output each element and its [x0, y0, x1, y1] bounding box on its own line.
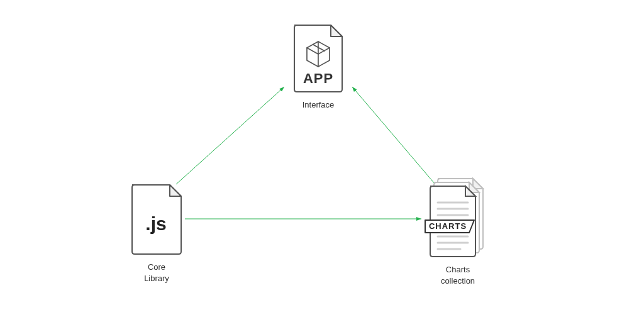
diagram-canvas: APP Interface .js CoreLibrary [0, 0, 644, 322]
svg-line-0 [176, 87, 284, 184]
core-caption: CoreLibrary [144, 262, 169, 284]
js-label-text: .js [145, 213, 166, 234]
node-charts-collection: CHARTS Chartscollection [423, 176, 493, 286]
node-core-library: .js CoreLibrary [127, 182, 186, 284]
charts-label-text: CHARTS [429, 221, 467, 231]
svg-line-1 [352, 87, 435, 184]
app-label-text: APP [303, 70, 333, 86]
file-icon-js: .js [127, 182, 186, 257]
file-stack-icon-charts: CHARTS [423, 176, 493, 259]
node-interface: APP Interface [289, 23, 347, 111]
interface-caption: Interface [303, 99, 335, 111]
charts-caption: Chartscollection [441, 264, 475, 286]
file-icon-app: APP [289, 23, 347, 94]
